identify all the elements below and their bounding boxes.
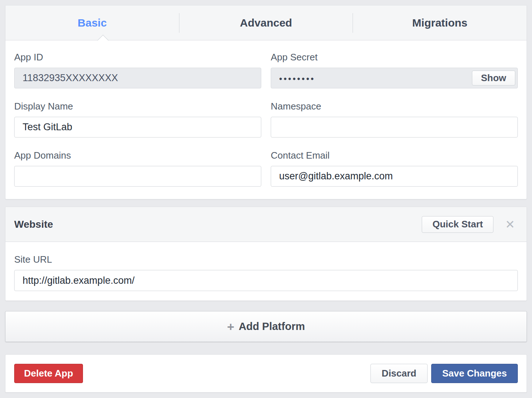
add-platform-label: Add Platform [239,321,305,333]
website-section-title: Website [14,219,422,230]
site-url-label: Site URL [14,254,518,264]
add-platform-button[interactable]: + Add Platform [5,311,527,342]
tab-migrations[interactable]: Migrations [353,5,527,40]
display-name-input[interactable] [14,117,261,138]
tab-basic[interactable]: Basic [5,5,179,40]
close-icon[interactable]: ✕ [505,219,515,230]
footer-action-bar: Delete App Discard Save Changes [5,354,527,393]
basic-settings-form: App ID App Secret •••••••• Show Display … [5,40,527,199]
app-secret-input-wrap: •••••••• Show [271,68,518,88]
website-section-body: Site URL [5,242,527,301]
app-id-label: App ID [14,52,261,62]
discard-button[interactable]: Discard [370,364,428,383]
display-name-label: Display Name [14,101,261,111]
app-secret-field-group: App Secret •••••••• Show [271,52,518,88]
app-domains-input[interactable] [14,166,261,187]
contact-email-label: Contact Email [271,150,518,160]
quick-start-button[interactable]: Quick Start [422,216,493,233]
app-id-input [14,68,261,88]
tab-bar: Basic Advanced Migrations [5,5,527,40]
tab-advanced[interactable]: Advanced [179,5,353,40]
show-secret-button[interactable]: Show [472,71,515,85]
app-secret-masked-value: •••••••• [279,73,315,83]
contact-email-input[interactable] [271,166,518,187]
namespace-label: Namespace [271,101,518,111]
display-name-field-group: Display Name [14,101,261,138]
save-changes-button[interactable]: Save Changes [431,364,518,383]
delete-app-button[interactable]: Delete App [14,364,83,383]
namespace-field-group: Namespace [271,101,518,138]
app-domains-label: App Domains [14,150,261,160]
site-url-input[interactable] [14,270,518,291]
app-id-field-group: App ID [14,52,261,88]
app-secret-label: App Secret [271,52,518,62]
app-settings-card: Basic Advanced Migrations App ID App Sec… [5,5,527,199]
app-domains-field-group: App Domains [14,150,261,187]
website-section-header: Website Quick Start ✕ [5,207,527,242]
contact-email-field-group: Contact Email [271,150,518,187]
namespace-input[interactable] [271,117,518,138]
plus-icon: + [227,321,234,333]
website-platform-card: Website Quick Start ✕ Site URL [5,207,527,301]
